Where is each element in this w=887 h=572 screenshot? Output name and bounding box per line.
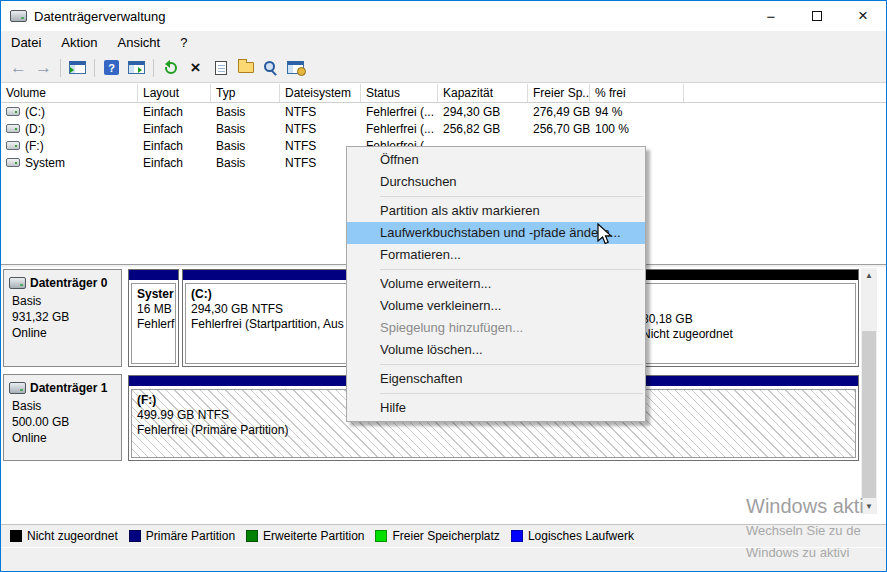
gear-icon xyxy=(287,61,304,74)
cell-typ: Basis xyxy=(211,156,280,170)
back-icon: ← xyxy=(10,59,27,76)
cell-frei: 256,70 GB xyxy=(528,122,590,136)
delete-button[interactable]: × xyxy=(183,56,208,80)
cell-typ: Basis xyxy=(211,139,280,153)
partition-color-strip xyxy=(634,270,858,280)
search-icon xyxy=(263,60,278,75)
menu-bar: Datei Aktion Ansicht ? xyxy=(1,31,886,53)
vertical-scrollbar[interactable]: ▲ ▼ xyxy=(861,268,877,514)
partition-status: Fehlerfrei (Primäre Partition) xyxy=(137,423,855,438)
partition-unallocated[interactable]: 80,18 GB Nicht zugeordnet xyxy=(633,269,859,367)
watermark-line2: Wechseln Sie zu de xyxy=(746,523,861,538)
legend-item: Primäre Partition xyxy=(129,529,235,543)
col-freier-sp[interactable]: Freier Sp... xyxy=(528,84,590,102)
show-console-tree-button[interactable] xyxy=(65,56,90,80)
disk-type: Basis xyxy=(9,293,121,309)
open-button[interactable] xyxy=(233,56,258,80)
menu-item-partition-aktiv[interactable]: Partition als aktiv markieren xyxy=(347,200,645,222)
disk-icon xyxy=(9,382,26,394)
window-controls: − × xyxy=(748,1,886,31)
legend-item: Erweiterte Partition xyxy=(246,529,364,543)
cell-typ: Basis xyxy=(211,122,280,136)
menu-item-formatieren[interactable]: Formatieren... xyxy=(347,244,645,266)
partition-name: Syster xyxy=(137,287,175,302)
windows-activation-watermark: Windows akti Wechseln Sie zu de Windows … xyxy=(745,495,887,567)
menu-aktion[interactable]: Aktion xyxy=(51,31,107,53)
console-options-button[interactable] xyxy=(283,56,308,80)
delete-icon: × xyxy=(191,59,201,76)
properties-button[interactable] xyxy=(208,56,233,80)
cell-status: Fehlerfrei (... xyxy=(361,105,438,119)
col-filler xyxy=(684,84,886,102)
disk-size: 931,32 GB xyxy=(9,309,121,325)
col-typ[interactable]: Typ xyxy=(211,84,280,102)
cell-status: Fehlerfrei (... xyxy=(361,122,438,136)
scroll-up-button[interactable]: ▲ xyxy=(861,268,877,283)
legend-swatch-logical xyxy=(511,530,523,542)
menu-separator xyxy=(380,269,643,270)
table-row[interactable]: (D:) Einfach Basis NTFS Fehlerfrei (... … xyxy=(1,120,886,137)
close-button[interactable]: × xyxy=(840,1,886,31)
partition-status: Nicht zugeordnet xyxy=(642,327,855,342)
menu-separator xyxy=(380,196,643,197)
legend-item: Nicht zugeordnet xyxy=(10,529,118,543)
menu-item-hilfe[interactable]: Hilfe xyxy=(347,397,645,419)
menu-item-durchsuchen[interactable]: Durchsuchen xyxy=(347,171,645,193)
col-pct-frei[interactable]: % frei xyxy=(590,84,684,102)
menu-item-oeffnen[interactable]: Öffnen xyxy=(347,149,645,171)
show-action-pane-button[interactable] xyxy=(124,56,149,80)
drive-icon xyxy=(6,141,20,150)
help-button[interactable]: ? xyxy=(99,56,124,80)
toolbar-separator xyxy=(153,59,154,77)
scrollbar-thumb[interactable] xyxy=(862,331,876,498)
toolbar: ← → ? × xyxy=(1,53,886,83)
toolbar-separator xyxy=(94,59,95,77)
back-button[interactable]: ← xyxy=(6,56,31,80)
menu-item-eigenschaften[interactable]: Eigenschaften xyxy=(347,368,645,390)
volume-name: (C:) xyxy=(25,105,45,119)
cell-layout: Einfach xyxy=(138,156,211,170)
col-status[interactable]: Status xyxy=(361,84,438,102)
disk1-label[interactable]: Datenträger 1 Basis 500.00 GB Online xyxy=(3,374,122,461)
legend-swatch-extended xyxy=(246,530,258,542)
cell-pct: 100 % xyxy=(590,122,684,136)
drive-icon xyxy=(6,158,20,167)
refresh-button[interactable] xyxy=(158,56,183,80)
col-dateisystem[interactable]: Dateisystem xyxy=(280,84,361,102)
help-icon: ? xyxy=(104,60,119,75)
legend-label: Logisches Laufwerk xyxy=(528,529,634,543)
legend-label: Primäre Partition xyxy=(146,529,235,543)
menu-ansicht[interactable]: Ansicht xyxy=(108,31,171,53)
menu-separator xyxy=(380,393,643,394)
partition-size: 80,18 GB xyxy=(642,312,855,327)
disk0-label[interactable]: Datenträger 0 Basis 931,32 GB Online xyxy=(3,269,122,367)
open-folder-icon xyxy=(238,62,254,73)
chevron-up-icon: ▲ xyxy=(865,271,873,280)
volume-name: System xyxy=(25,156,65,170)
menu-hilfe[interactable]: ? xyxy=(170,31,197,53)
legend-label: Erweiterte Partition xyxy=(263,529,364,543)
col-kapazitaet[interactable]: Kapazität xyxy=(438,84,528,102)
menu-item-volume-loeschen[interactable]: Volume löschen... xyxy=(347,339,645,361)
table-row[interactable]: (C:) Einfach Basis NTFS Fehlerfrei (... … xyxy=(1,103,886,120)
col-volume[interactable]: Volume xyxy=(1,84,138,102)
legend-label: Freier Speicherplatz xyxy=(392,529,499,543)
minimize-button[interactable]: − xyxy=(748,1,794,31)
legend-item: Logisches Laufwerk xyxy=(511,529,634,543)
partition-system-reserved[interactable]: Syster 16 MB Fehlerf xyxy=(128,269,179,367)
find-button[interactable] xyxy=(258,56,283,80)
context-menu: Öffnen Durchsuchen Partition als aktiv m… xyxy=(346,146,646,422)
maximize-button[interactable] xyxy=(794,1,840,31)
menu-datei[interactable]: Datei xyxy=(1,31,51,53)
disk-type: Basis xyxy=(9,398,121,414)
menu-item-volume-verkleinern[interactable]: Volume verkleinern... xyxy=(347,295,645,317)
disk-status: Online xyxy=(9,325,121,341)
app-disk-icon xyxy=(10,10,27,22)
menu-item-spiegelung: Spiegelung hinzufügen... xyxy=(347,317,645,339)
watermark-line1: Windows akti xyxy=(746,495,864,518)
window-title: Datenträgerverwaltung xyxy=(34,9,166,24)
forward-button[interactable]: → xyxy=(31,56,56,80)
menu-item-volume-erweitern[interactable]: Volume erweitern... xyxy=(347,273,645,295)
col-layout[interactable]: Layout xyxy=(138,84,211,102)
action-pane-icon xyxy=(128,61,145,74)
